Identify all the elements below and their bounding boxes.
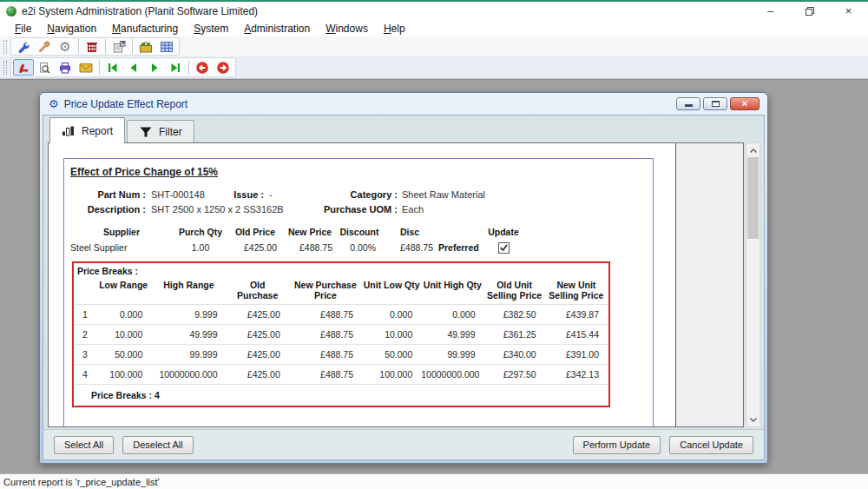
price-breaks-label: Price Breaks : bbox=[74, 263, 608, 278]
status-bar: Current report is 'r_price_update_list' bbox=[0, 473, 868, 489]
toolbar-grip[interactable] bbox=[3, 61, 7, 75]
table-row: 4 100.000 10000000.000 £425.00 £488.75 1… bbox=[75, 364, 608, 384]
cancel-update-button[interactable]: Cancel Update bbox=[669, 436, 753, 454]
back-icon bbox=[195, 61, 209, 75]
menu-file[interactable]: File bbox=[7, 22, 39, 36]
toolbar-main: ⚙ bbox=[0, 36, 868, 56]
gears-button[interactable]: ⚙ bbox=[55, 38, 76, 55]
price-breaks-section: Price Breaks : Low Range High Range Old … bbox=[72, 261, 610, 407]
toolbar-grip[interactable] bbox=[3, 40, 7, 54]
issue-label: Issue : bbox=[192, 189, 264, 200]
mail-icon bbox=[79, 61, 93, 75]
nav-first-icon bbox=[106, 61, 120, 75]
minimize-icon[interactable]: – bbox=[751, 2, 790, 20]
toolbox-icon bbox=[139, 40, 153, 54]
scrollbar-thumb[interactable] bbox=[747, 157, 759, 239]
maximize-icon bbox=[712, 101, 720, 107]
category-value: Sheet Raw Material bbox=[402, 189, 485, 200]
main-window-controls: – × bbox=[751, 2, 868, 20]
menu-navigation[interactable]: Navigation bbox=[39, 22, 104, 36]
funnel-icon bbox=[139, 125, 153, 138]
close-icon[interactable]: × bbox=[829, 2, 868, 20]
nav-next-button[interactable] bbox=[144, 59, 165, 76]
nav-previous-button[interactable] bbox=[123, 59, 144, 76]
pdf-button[interactable] bbox=[13, 59, 34, 76]
forward-icon bbox=[216, 61, 230, 75]
vertical-scrollbar[interactable] bbox=[746, 142, 760, 427]
window-maximize-button[interactable] bbox=[703, 97, 727, 110]
preferred-label: Preferred bbox=[438, 239, 483, 255]
app-title: e2i System Administration (Planit Softwa… bbox=[22, 5, 258, 17]
factory-button[interactable] bbox=[82, 38, 102, 55]
purch-qty: 1.00 bbox=[173, 239, 228, 255]
main-titlebar: e2i System Administration (Planit Softwa… bbox=[0, 2, 868, 20]
properties-icon bbox=[112, 40, 126, 54]
tab-strip: Report Filter bbox=[43, 116, 764, 142]
spanner-icon bbox=[37, 40, 51, 54]
report-window-titlebar[interactable]: ⚙ Price Update Effect Report × bbox=[43, 93, 765, 115]
window-minimize-button[interactable] bbox=[676, 97, 700, 110]
supplier-name: Steel Supplier bbox=[70, 239, 173, 255]
app-window: e2i System Administration (Planit Softwa… bbox=[0, 0, 868, 489]
scrollbar-track[interactable] bbox=[746, 157, 760, 413]
tab-report-label: Report bbox=[82, 125, 113, 137]
table-grid-button[interactable] bbox=[156, 38, 177, 55]
restore-icon[interactable] bbox=[790, 2, 829, 20]
back-button[interactable] bbox=[192, 59, 213, 76]
minimize-icon bbox=[685, 104, 693, 107]
forward-button[interactable] bbox=[213, 59, 233, 76]
part-num-label: Part Num : bbox=[70, 189, 146, 200]
nav-last-icon bbox=[168, 61, 182, 75]
table-grid-icon bbox=[160, 40, 174, 54]
menu-administration[interactable]: Administration bbox=[236, 22, 318, 36]
update-checkbox[interactable] bbox=[498, 242, 510, 254]
menu-manufacturing[interactable]: Manufacturing bbox=[104, 22, 186, 36]
tab-report[interactable]: Report bbox=[49, 117, 125, 143]
tab-filter-label: Filter bbox=[159, 126, 182, 138]
price-breaks-header-row: Low Range High Range Old Purchase New Pu… bbox=[75, 278, 608, 305]
email-button[interactable] bbox=[76, 59, 96, 76]
spanner-button[interactable] bbox=[34, 38, 55, 55]
discount: 0.00% bbox=[338, 239, 381, 255]
scroll-down-icon[interactable] bbox=[746, 413, 760, 426]
nav-first-button[interactable] bbox=[102, 59, 123, 76]
status-text: Current report is 'r_price_update_list' bbox=[3, 477, 160, 487]
table-row: 2 10.000 49.999 £425.00 £488.75 10.000 4… bbox=[75, 324, 608, 344]
menu-system[interactable]: System bbox=[186, 22, 236, 36]
report-fields: Part Num : SHT-000148 Issue : - Category… bbox=[70, 189, 653, 219]
new-price: £488.75 bbox=[282, 239, 338, 255]
purchase-uom-value: Each bbox=[402, 204, 424, 215]
factory-icon bbox=[85, 40, 99, 54]
window-close-button[interactable]: × bbox=[730, 97, 760, 110]
select-all-button[interactable]: Select All bbox=[54, 436, 114, 454]
print-preview-button[interactable] bbox=[34, 59, 55, 76]
properties-button[interactable] bbox=[108, 38, 129, 55]
gear-icon: ⚙ bbox=[49, 98, 59, 109]
app-icon bbox=[6, 6, 16, 17]
check-icon bbox=[499, 243, 509, 252]
purchase-uom-label: Purchase UOM : bbox=[287, 204, 398, 215]
wrench-button[interactable] bbox=[13, 38, 34, 55]
supplier-header-row: Supplier Purch Qty Old Price New Price D… bbox=[70, 225, 523, 239]
menu-windows[interactable]: Windows bbox=[318, 22, 376, 36]
supplier-table: Supplier Purch Qty Old Price New Price D… bbox=[70, 225, 523, 255]
price-breaks-count: Price Breaks : 4 bbox=[74, 385, 608, 406]
tab-filter[interactable]: Filter bbox=[127, 120, 194, 142]
scroll-up-icon[interactable] bbox=[746, 143, 760, 157]
print-button[interactable] bbox=[55, 59, 76, 76]
nav-last-button[interactable] bbox=[165, 59, 186, 76]
toolbar-report bbox=[0, 56, 868, 79]
nav-previous-icon bbox=[127, 61, 141, 75]
table-row: 3 50.000 99.999 £425.00 £488.75 50.000 9… bbox=[75, 344, 608, 364]
deselect-all-button[interactable]: Deselect All bbox=[122, 436, 193, 454]
menu-help[interactable]: Help bbox=[376, 22, 413, 36]
menu-bar: File Navigation Manufacturing System Adm… bbox=[0, 20, 868, 36]
printer-icon bbox=[58, 61, 72, 75]
perform-update-button[interactable]: Perform Update bbox=[573, 436, 661, 454]
gears-icon: ⚙ bbox=[59, 40, 70, 53]
toolbox-button[interactable] bbox=[135, 38, 156, 55]
print-preview-icon bbox=[37, 61, 51, 75]
report-heading: Effect of Price Change of 15% bbox=[70, 166, 653, 178]
old-price: £425.00 bbox=[228, 239, 282, 255]
bar-chart-icon bbox=[62, 124, 76, 137]
